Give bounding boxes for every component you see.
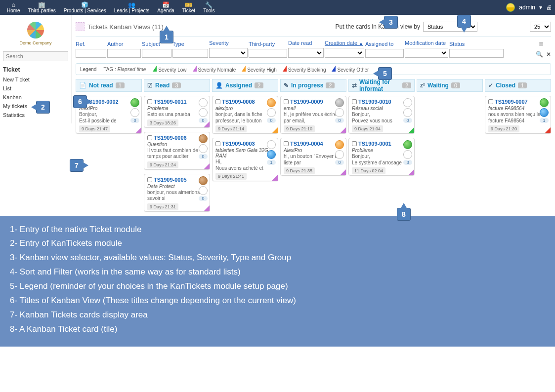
card-type-icon — [284, 99, 289, 104]
sidebar-heading: Ticket — [3, 66, 68, 73]
card-elapsed-tag: 3 Days 18:26 — [147, 119, 178, 126]
filter-label-ref-[interactable]: Ref. — [76, 41, 106, 47]
filter-label-date-read[interactable]: Date read — [288, 40, 324, 46]
card-elapsed-tag: 9 Days 21:20 — [488, 125, 519, 132]
card-message: Bonjour,Pouvez vous nous — [352, 112, 411, 124]
card-badge-icon — [267, 140, 276, 149]
card-elapsed-tag: 9 Days 21:47 — [79, 125, 110, 132]
kanban-column-header[interactable]: ☑Read3 — [144, 79, 210, 92]
card-badge-icon — [199, 176, 208, 185]
topmenu-third-parties[interactable]: 🏢Third-parties — [24, 0, 60, 15]
kanban-card[interactable]: TS1909-0004AlexiProhi, un bouton "Envoye… — [280, 138, 346, 176]
topmenu-products-services[interactable]: 🧊Products | Services — [60, 0, 110, 15]
card-elapsed-tag: 9 Days 21:10 — [284, 125, 315, 132]
card-ref[interactable]: TS1909-0008 — [222, 99, 255, 105]
filter-input[interactable] — [449, 49, 504, 58]
card-elapsed-tag: 9 Days 21:24 — [147, 161, 178, 168]
kanban-column-header[interactable]: zᶻWaiting0 — [417, 79, 483, 92]
print-icon[interactable]: 🖨 — [546, 4, 552, 11]
kanban-card[interactable]: TS1909-0003tablettes Sam Gala 32G RAMHi,… — [212, 138, 278, 181]
kanban-card[interactable]: TS1909-0001ProblèmeBonjour,Le système d'… — [348, 138, 415, 176]
card-count: 0 — [199, 196, 207, 201]
logo-caption: Demo Company — [19, 40, 51, 45]
legend-line: 8- A Kanban Ticket card (tile) — [10, 322, 545, 337]
severity-corner-icon — [204, 205, 210, 211]
card-badge-icon — [403, 98, 412, 107]
filter-input[interactable] — [76, 49, 106, 58]
column-title: Read — [155, 82, 170, 89]
clear-icon[interactable]: ✕ — [546, 51, 551, 58]
card-ref[interactable]: TS1909-0010 — [358, 99, 391, 105]
filter-label-type[interactable]: Type — [172, 41, 208, 47]
topmenu-agenda[interactable]: 📅Agenda — [153, 0, 178, 15]
filter-label-third-party[interactable]: Third-party — [249, 41, 287, 47]
severity-corner-icon — [408, 169, 414, 175]
topmenu-leads-projects[interactable]: 👥Leads | Projects — [110, 0, 154, 15]
kanban-card[interactable]: TS1909-0008alexiprobonjour, dans la fich… — [212, 96, 278, 134]
filter-input[interactable] — [249, 49, 287, 58]
kanban-card[interactable]: TS1909-0006QuestionIl vous faut combien … — [144, 132, 210, 170]
card-subject: Réseau social — [352, 106, 411, 111]
kanban-column-header[interactable]: ✓Closed1 — [485, 79, 551, 92]
card-ref[interactable]: TS1909-0011 — [154, 99, 187, 105]
dropdown-icon[interactable]: ▾ — [539, 4, 542, 11]
kanban-card[interactable]: TS1909-0010Réseau socialBonjour,Pouvez v… — [348, 96, 415, 134]
card-ref[interactable]: TS1909-0007 — [495, 99, 528, 105]
card-count: 0 — [335, 118, 343, 123]
callout-5: 5 — [378, 67, 392, 80]
card-ref[interactable]: TS1909-0001 — [358, 141, 391, 147]
filter-input[interactable] — [172, 49, 208, 58]
filter-input[interactable] — [288, 48, 324, 58]
card-type-icon — [215, 141, 220, 146]
topmenu-tools[interactable]: 🔧Tools — [199, 0, 218, 15]
column-count: 1 — [116, 82, 125, 88]
pagesize-select[interactable]: 25 — [530, 22, 551, 32]
card-subject: Question — [147, 142, 207, 147]
card-ref[interactable]: TS1909-0004 — [290, 141, 323, 147]
card-ref[interactable]: TS1909-0009 — [290, 99, 323, 105]
sidebar-item-list[interactable]: List — [3, 84, 68, 93]
filter-label-modification-date[interactable]: Modification date — [405, 40, 448, 46]
search-input[interactable] — [3, 51, 68, 61]
kanban-card[interactable]: TS1909-0005Data Protectbonjour, nous aim… — [144, 174, 210, 212]
search-icon[interactable]: 🔍 — [536, 51, 543, 58]
filter-label-assigned-to[interactable]: Assigned to — [365, 41, 404, 47]
card-badge-icon — [199, 144, 208, 153]
filter-label-author[interactable]: Author — [107, 41, 141, 47]
sidebar-item-statistics[interactable]: Statistics — [3, 111, 68, 119]
card-message: Il vous faut combien de temps pour audit… — [147, 148, 207, 160]
card-ref[interactable]: TS1909-0003 — [222, 141, 255, 147]
filter-input[interactable] — [325, 48, 364, 58]
filter-input[interactable] — [107, 49, 141, 58]
card-type-icon — [352, 141, 357, 146]
card-subject: facture FA98564 — [488, 106, 548, 111]
filter-input[interactable] — [365, 49, 404, 58]
legend-item: Severity Blocking — [283, 66, 326, 73]
kanban-column-header[interactable]: ⇄Waiting for informat2 — [348, 79, 415, 92]
filter-label-severity[interactable]: Severity — [209, 40, 248, 46]
kanban-column-header[interactable]: 👤Assigned2 — [212, 79, 278, 92]
kanban-column-header[interactable]: 📄Not read1 — [76, 79, 142, 92]
card-ref[interactable]: TS1909-0006 — [154, 135, 187, 141]
filter-input[interactable] — [142, 49, 171, 58]
topbar-user[interactable]: admin ▾ 🖨 — [506, 0, 552, 15]
card-badge-icon — [403, 150, 412, 159]
kanban-card[interactable]: TS1909-0009emailhi, je préfère vous écri… — [280, 96, 346, 134]
topmenu-ticket[interactable]: 🎫Ticket — [178, 0, 199, 15]
filter-label-status[interactable]: Status — [449, 41, 504, 47]
list-icon[interactable]: ≣ — [539, 40, 551, 47]
card-message: Esto es una prueba — [147, 112, 207, 118]
kanban-column-header[interactable]: ✎In progress2 — [280, 79, 346, 92]
filter-input[interactable] — [209, 48, 248, 58]
card-ref[interactable]: TS1909-0005 — [154, 177, 187, 183]
kanban-card[interactable]: TS1909-0011ProblemaEsto es una prueba3 D… — [144, 96, 210, 128]
sidebar-item-new-ticket[interactable]: New Ticket — [3, 75, 68, 84]
column-status-icon: 👤 — [215, 82, 223, 89]
card-subject: email — [284, 106, 343, 111]
filter-input[interactable] — [405, 48, 448, 58]
column-count: 3 — [172, 82, 181, 88]
filter-label-creation-date[interactable]: Creation date ▲ — [325, 40, 364, 46]
sidebar-item-kanban[interactable]: Kanban — [3, 93, 68, 102]
kanban-card[interactable]: TS1909-0007facture FA98564nous avons bie… — [485, 96, 551, 134]
topmenu-home[interactable]: ⌂Home — [3, 0, 24, 15]
